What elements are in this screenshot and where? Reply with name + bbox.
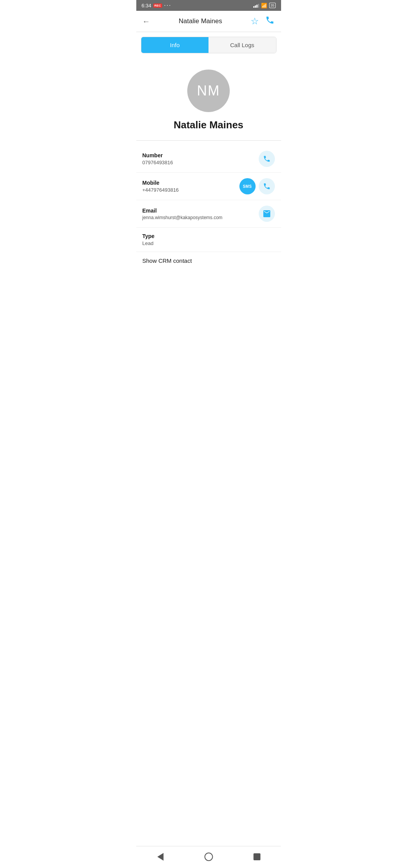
back-button[interactable]: ← <box>142 17 150 26</box>
mobile-value: +447976493816 <box>142 187 179 193</box>
email-text: Email jenna.wimshurst@kakaposystems.com <box>142 208 223 220</box>
avatar-initials: NM <box>197 83 220 99</box>
app-bar-title: Natalie Maines <box>179 17 222 25</box>
show-crm-row[interactable]: Show CRM contact <box>136 252 281 269</box>
mobile-row: Mobile +447976493816 SMS <box>136 173 281 200</box>
sms-button[interactable]: SMS <box>239 178 256 194</box>
status-right-icons: 📶 35 <box>253 3 275 9</box>
favorite-button[interactable]: ☆ <box>251 16 259 27</box>
status-bar: 6:34 REC ··· 📶 35 <box>136 0 281 11</box>
call-number-button[interactable] <box>259 151 275 167</box>
type-text: Type Lead <box>142 233 155 246</box>
battery-level: 35 <box>270 3 274 7</box>
avatar-section: NM Natalie Maines <box>136 58 281 139</box>
avatar: NM <box>187 70 230 112</box>
tab-call-logs[interactable]: Call Logs <box>208 37 276 53</box>
show-crm-button[interactable]: Show CRM contact <box>142 257 192 264</box>
email-value: jenna.wimshurst@kakaposystems.com <box>142 215 223 220</box>
status-time-section: 6:34 REC ··· <box>142 2 172 9</box>
call-mobile-button[interactable] <box>259 178 275 194</box>
contact-name: Natalie Maines <box>174 119 244 131</box>
status-dots: ··· <box>164 2 171 9</box>
sms-label: SMS <box>243 184 252 189</box>
rec-badge: REC <box>153 3 162 8</box>
call-button-header[interactable] <box>265 15 275 27</box>
app-bar: ← Natalie Maines ☆ <box>136 11 281 32</box>
status-time: 6:34 <box>142 3 151 9</box>
mobile-text: Mobile +447976493816 <box>142 180 179 193</box>
type-label: Type <box>142 233 155 239</box>
type-value: Lead <box>142 240 155 246</box>
send-email-button[interactable] <box>259 206 275 222</box>
number-row: Number 07976493816 <box>136 145 281 173</box>
app-bar-actions: ☆ <box>251 15 275 27</box>
number-value: 07976493816 <box>142 160 173 165</box>
type-row: Type Lead <box>136 228 281 252</box>
email-label: Email <box>142 208 223 214</box>
mobile-actions: SMS <box>239 178 275 194</box>
wifi-icon: 📶 <box>261 3 267 9</box>
info-list: Number 07976493816 Mobile +447976493816 … <box>136 142 281 272</box>
divider-top <box>136 140 281 141</box>
tabs-container: Info Call Logs <box>141 37 276 53</box>
signal-bars-icon <box>253 3 259 8</box>
number-text: Number 07976493816 <box>142 152 173 165</box>
email-actions <box>259 206 275 222</box>
number-actions <box>259 151 275 167</box>
number-label: Number <box>142 152 173 158</box>
mobile-label: Mobile <box>142 180 179 186</box>
battery-icon: 35 <box>269 3 275 8</box>
tab-info[interactable]: Info <box>141 37 209 53</box>
email-row: Email jenna.wimshurst@kakaposystems.com <box>136 200 281 228</box>
